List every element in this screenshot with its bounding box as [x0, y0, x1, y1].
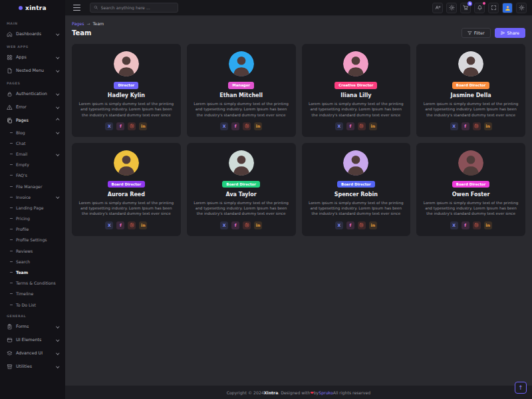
- sidebar-subitem-file-manager[interactable]: File Manager: [0, 181, 65, 192]
- notifications-icon[interactable]: [474, 3, 485, 13]
- sidebar-subitem-email[interactable]: Email: [0, 148, 65, 159]
- member-name: Jasmine Della: [422, 92, 519, 98]
- linkedin-social-link[interactable]: in: [369, 221, 377, 229]
- sidebar-subitem-team[interactable]: Team: [0, 267, 65, 277]
- sidebar-subitem-landing-page[interactable]: Landing Page: [0, 202, 65, 213]
- breadcrumb-pages-link[interactable]: Pages: [72, 21, 84, 26]
- instagram-social-link[interactable]: [358, 221, 366, 229]
- x-social-link[interactable]: X: [220, 122, 228, 130]
- user-avatar[interactable]: [502, 3, 513, 13]
- facebook-social-link[interactable]: f: [231, 122, 239, 130]
- filter-button[interactable]: Filter: [462, 28, 491, 38]
- linkedin-social-link[interactable]: in: [254, 122, 262, 130]
- x-social-link[interactable]: X: [220, 221, 228, 229]
- linkedin-social-link[interactable]: in: [484, 221, 492, 229]
- linkedin-social-link[interactable]: in: [139, 122, 147, 130]
- settings-gear-icon[interactable]: [516, 3, 527, 13]
- sidebar-item-dashboards[interactable]: Dashboards: [0, 27, 65, 41]
- facebook-social-link[interactable]: f: [116, 221, 124, 229]
- instagram-icon: [359, 124, 364, 128]
- share-button-label: Share: [507, 31, 519, 36]
- facebook-social-link[interactable]: f: [462, 122, 469, 130]
- facebook-icon: f: [235, 124, 237, 128]
- sidebar-subitem-profile[interactable]: Profile: [0, 224, 65, 235]
- x-social-link[interactable]: X: [105, 122, 113, 130]
- x-social-link[interactable]: X: [450, 122, 458, 130]
- instagram-social-link[interactable]: [473, 122, 481, 130]
- team-member-card-jasmine-della: Board Director Jasmine Della Lorem ipsum…: [416, 44, 525, 137]
- brand-logo[interactable]: xintra: [0, 0, 65, 16]
- facebook-social-link[interactable]: f: [346, 122, 354, 130]
- x-social-link[interactable]: X: [450, 221, 458, 229]
- sidebar-item-ui-elements[interactable]: UI Elements: [0, 333, 65, 346]
- sidebar-item-error[interactable]: Error: [0, 100, 65, 114]
- sidebar-subitem-faq-s[interactable]: FAQ's: [0, 170, 65, 181]
- sidebar-subitem-pricing[interactable]: Pricing: [0, 213, 65, 224]
- footer-credit-link[interactable]: Spruko: [319, 390, 332, 395]
- instagram-icon: [130, 124, 134, 128]
- linkedin-social-link[interactable]: in: [484, 122, 492, 130]
- dash-icon: [10, 197, 13, 198]
- sidebar-item-nested-menu[interactable]: Nested Menu: [0, 64, 65, 77]
- sidebar-subitem-reviews[interactable]: Reviews: [0, 245, 65, 256]
- menu-toggle-icon[interactable]: [73, 5, 80, 11]
- instagram-social-link[interactable]: [243, 122, 251, 130]
- avatar: [458, 51, 483, 76]
- sidebar-subitem-terms-conditions[interactable]: Terms & Conditions: [0, 278, 65, 289]
- dash-icon: [10, 283, 13, 283]
- sidebar-item-label: Nested Menu: [16, 68, 44, 73]
- team-grid: Director Hadley Kylin Lorem ipsum is sim…: [72, 44, 525, 236]
- pages-icon: [7, 118, 13, 124]
- sidebar-subitem-profile-settings[interactable]: Profile Settings: [0, 235, 65, 245]
- avatar: [343, 150, 368, 176]
- search-input[interactable]: [101, 5, 175, 10]
- linkedin-social-link[interactable]: in: [369, 122, 377, 130]
- dash-icon: [10, 218, 13, 219]
- dash-icon: [10, 154, 13, 154]
- search-box[interactable]: [90, 3, 178, 13]
- sidebar-item-pages[interactable]: Pages: [0, 114, 65, 127]
- sidebar-subitem-chat[interactable]: Chat: [0, 138, 65, 148]
- sidebar-item-utilities[interactable]: Utilities: [0, 360, 65, 373]
- x-social-link[interactable]: X: [335, 122, 343, 130]
- facebook-social-link[interactable]: f: [231, 221, 239, 229]
- forms-icon: [7, 324, 13, 330]
- role-badge: Board Director: [222, 181, 260, 188]
- instagram-social-link[interactable]: [473, 221, 481, 229]
- instagram-social-link[interactable]: [243, 221, 251, 229]
- x-social-link[interactable]: X: [335, 221, 343, 229]
- facebook-social-link[interactable]: f: [462, 221, 469, 229]
- sidebar-subitem-timeline[interactable]: Timeline: [0, 289, 65, 299]
- sidebar-item-apps[interactable]: Apps: [0, 51, 65, 64]
- sidebar-item-authentication[interactable]: Authentication: [0, 87, 65, 100]
- sidebar-item-forms[interactable]: Forms: [0, 320, 65, 333]
- x-social-link[interactable]: X: [105, 221, 113, 229]
- role-badge: Board Director: [337, 181, 375, 188]
- cart-icon[interactable]: 5: [460, 3, 471, 13]
- sidebar-item-advanced-ui[interactable]: Advanced UI: [0, 346, 65, 360]
- role-badge: Board Director: [452, 181, 490, 188]
- facebook-social-link[interactable]: f: [116, 122, 124, 130]
- instagram-social-link[interactable]: [128, 221, 136, 229]
- member-name: Aurora Reed: [78, 192, 175, 198]
- theme-toggle-icon[interactable]: [446, 3, 457, 13]
- sidebar-subitem-search[interactable]: Search: [0, 256, 65, 267]
- linkedin-social-link[interactable]: in: [139, 221, 147, 229]
- fullscreen-icon[interactable]: [488, 3, 499, 13]
- instagram-social-link[interactable]: [358, 122, 366, 130]
- share-button[interactable]: Share: [495, 28, 525, 38]
- facebook-social-link[interactable]: f: [346, 221, 354, 229]
- sidebar-subitem-to-do-list[interactable]: To Do List: [0, 299, 65, 310]
- language-icon[interactable]: [432, 3, 443, 13]
- dash-icon: [10, 207, 13, 208]
- linkedin-social-link[interactable]: in: [254, 221, 262, 229]
- sidebar-subitem-empty[interactable]: Empty: [0, 160, 65, 170]
- role-badge: Director: [114, 82, 138, 89]
- scroll-to-top-button[interactable]: ↑: [515, 382, 527, 394]
- breadcrumb-current: Team: [93, 21, 104, 26]
- instagram-social-link[interactable]: [128, 122, 136, 130]
- dash-icon: [10, 251, 13, 251]
- sidebar-subitem-blog[interactable]: Blog: [0, 127, 65, 138]
- sidebar-subitem-invoice[interactable]: Invoice: [0, 192, 65, 202]
- instagram-icon: [474, 124, 479, 128]
